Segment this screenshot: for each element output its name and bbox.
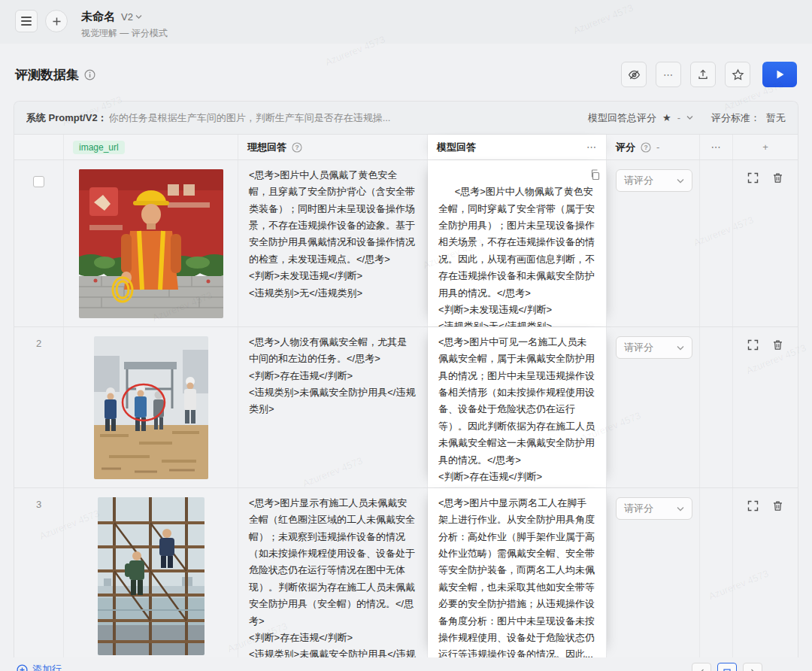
header-select-cell [14,135,64,159]
system-prompt-text[interactable]: 你的任务是根据生产车间的图片，判断生产车间是否存在违规操... [109,111,391,125]
ideal-answer-label: 理想回答 [247,141,286,154]
column-more-icon[interactable]: ⋯ [586,141,597,153]
chevron-down-icon [677,506,684,512]
delete-icon[interactable] [772,500,783,512]
score-cell: 请评分 [607,488,700,657]
topbar: 未命名 V2 视觉理解 — 评分模式 [0,0,812,44]
header-image-url[interactable]: image_url [64,135,238,159]
add-column-button[interactable]: + [733,135,798,159]
criteria-value[interactable]: 暂无 [766,111,786,125]
row-actions-cell [733,327,798,487]
score-star-icon[interactable]: ★ [662,112,671,123]
model-answer-text: <思考>图片中人物佩戴了黄色安全帽，同时穿戴了安全背带（属于安全防护用具）；图片… [438,186,595,326]
title-block: 未命名 V2 视觉理解 — 评分模式 [81,10,168,40]
menu-button[interactable] [15,10,38,32]
export-button[interactable] [690,62,716,87]
favorite-button[interactable] [725,62,750,87]
version-switcher[interactable]: V2 [121,11,142,23]
svg-text:?: ? [295,144,298,151]
copy-icon[interactable] [589,169,600,180]
toolbar: ⋯ [621,62,797,87]
score-cell: 请评分 [607,160,700,326]
row-index: 2 [14,327,64,487]
circle-plus-icon [17,664,28,671]
expand-icon[interactable] [747,339,759,351]
delete-icon[interactable] [772,339,783,351]
pagination-button[interactable] [692,663,711,671]
score-filter-value[interactable]: - [656,141,659,153]
add-row-label: 添加行 [32,663,62,671]
system-prompt-bar: 系统 Prompt/V2： 你的任务是根据生产车间的图片，判断生产车间是否存在违… [14,102,798,135]
model-answer-cell[interactable]: <思考>图片中显示两名工人在脚手架上进行作业。从安全防护用具角度分析：高处作业（… [428,488,607,657]
row-image-thumbnail[interactable] [94,336,208,479]
pagination-button[interactable] [717,663,737,671]
row-more-cell [700,160,733,326]
row-image-thumbnail[interactable] [79,169,223,318]
table-row: 2 [14,327,798,488]
expand-icon[interactable] [747,172,759,184]
row-more-cell [700,327,733,487]
pagination-button[interactable] [743,663,762,671]
play-icon [775,69,785,80]
add-row-button[interactable]: 添加行 [17,663,62,671]
score-label: 评分 [616,141,635,154]
help-icon[interactable]: ? [641,142,651,153]
row-image-cell [64,327,238,487]
hamburger-icon [21,20,32,22]
total-score-label: 模型回答总评分 [588,111,656,125]
ideal-answer-cell[interactable]: <思考>图片中人员佩戴了黄色安全帽，且穿戴了安全防护背心（含安全带类装备）；同时… [238,160,428,326]
dataset-table: 系统 Prompt/V2： 你的任务是根据生产车间的图片，判断生产车间是否存在违… [14,101,798,657]
mode-subtitle: 视觉理解 — 评分模式 [81,27,168,40]
more-icon: ⋯ [711,141,722,153]
page-title: 评测数据集 [15,66,95,83]
more-options-button[interactable]: ⋯ [656,62,681,87]
star-icon [732,68,744,81]
expand-icon[interactable] [747,500,759,512]
image-url-tag: image_url [73,141,125,154]
row-image-cell [64,160,238,326]
row-more-cell [700,488,733,657]
score-select[interactable]: 请评分 [616,169,692,192]
delete-icon[interactable] [772,172,783,184]
table-footer: 添加行 [0,659,812,671]
criteria-label: 评分标准： [711,111,760,125]
ideal-answer-cell[interactable]: <思考>图片显示有施工人员未佩戴安全帽（红色圈注区域的工人未佩戴安全帽）；未观察… [238,488,428,657]
row-select-cell [14,160,64,326]
more-icon: ⋯ [663,69,674,80]
table-row: 3 [14,488,798,657]
header-ideal-answer[interactable]: 理想回答 ? [238,135,428,159]
header-row-more[interactable]: ⋯ [700,135,733,159]
model-answer-label: 模型回答 [437,141,476,154]
row-image-cell [64,488,238,657]
model-answer-cell[interactable]: <思考>图片中可见一名施工人员未佩戴安全帽，属于未佩戴安全防护用具的情况；图片中… [428,327,607,487]
page-title-text: 评测数据集 [15,66,79,83]
header-model-answer[interactable]: 模型回答 ⋯ [428,135,607,159]
score-mode-value: - [677,112,680,123]
score-select[interactable]: 请评分 [616,497,692,520]
score-cell: 请评分 [607,327,700,487]
upload-icon [697,68,709,80]
new-item-button[interactable] [45,10,68,32]
header-score[interactable]: 评分 ? - [607,135,700,159]
eye-off-icon [628,68,641,81]
system-prompt-label: 系统 Prompt/V2： [26,111,108,125]
row-index: 3 [14,488,64,657]
chevron-down-icon [677,178,684,184]
chevron-down-icon [677,345,684,351]
info-icon[interactable] [84,69,95,80]
version-label: V2 [121,11,133,23]
page-head: 评测数据集 ⋯ [15,62,797,87]
table-header-row: image_url 理想回答 ? 模型回答 ⋯ 评分 ? - ⋯ + [14,135,798,160]
chevron-down-icon[interactable] [686,115,693,120]
score-select[interactable]: 请评分 [616,336,692,359]
row-checkbox[interactable] [33,176,44,187]
run-button[interactable] [762,62,797,87]
doc-title: 未命名 [81,10,115,24]
pagination [692,663,762,671]
hide-columns-button[interactable] [621,62,647,87]
help-icon[interactable]: ? [292,142,302,153]
model-answer-cell[interactable]: <思考>图片中人物佩戴了黄色安全帽，同时穿戴了安全背带（属于安全防护用具）；图片… [428,160,607,326]
row-image-thumbnail[interactable] [98,497,205,655]
row-actions-cell [733,488,798,657]
ideal-answer-cell[interactable]: <思考>人物没有佩戴安全帽，尤其是中间的和左边的任务。</思考> <判断>存在违… [238,327,428,487]
